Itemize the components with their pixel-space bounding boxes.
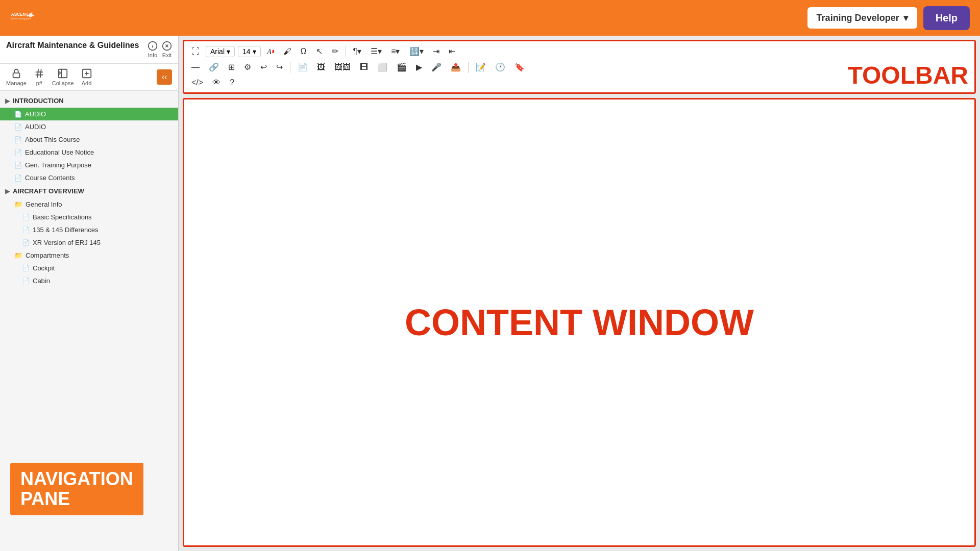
p-hash-label: p# [36, 80, 42, 86]
window-button[interactable]: ⬜ [374, 60, 390, 74]
content-window[interactable]: CONTENT WINDOW [183, 98, 976, 547]
exit-label: Exit [162, 52, 172, 58]
ascent-logo-icon: ASCENT aviation e-training system [10, 5, 36, 31]
video-button[interactable]: 🎬 [394, 60, 410, 74]
table-button[interactable]: ⊞ [225, 60, 238, 74]
font-family-select[interactable]: Arial ▾ [206, 46, 235, 57]
panel-toolbar: Manage p# Collapse Add ‹‹ [0, 64, 178, 91]
font-family-arrow-icon: ▾ [227, 47, 230, 56]
font-color-button[interactable]: 𝐴▮ [264, 45, 277, 58]
ordered-list-button[interactable]: 🔢▾ [406, 44, 427, 58]
preview-button[interactable]: 👁 [209, 76, 224, 89]
gen-training-label: Gen. Training Purpose [25, 161, 91, 169]
left-panel: Aircraft Maintenance & Guidelines Info E… [0, 36, 179, 551]
nav-folder-compartments[interactable]: 📁 Compartments [0, 249, 178, 262]
hash-icon [34, 68, 45, 79]
section-introduction[interactable]: ▶ INTRODUCTION [0, 94, 178, 108]
exit-icon [162, 41, 172, 51]
image-button[interactable]: 🖼 [314, 61, 328, 74]
training-developer-button[interactable]: Training Developer ▾ [807, 7, 917, 29]
minus-button[interactable]: — [188, 61, 203, 74]
info-button[interactable]: Info [148, 41, 158, 58]
nav-item-about[interactable]: 📄 About This Course [0, 133, 178, 146]
highlight-button[interactable]: 🖌 [280, 45, 295, 58]
section-aircraft[interactable]: ▶ AIRCRAFT OVERVIEW [0, 184, 178, 198]
page-icon: 📄 [14, 162, 22, 169]
nav-folder-general-info[interactable]: 📁 General Info [0, 198, 178, 211]
font-size-arrow-icon: ▾ [253, 47, 256, 56]
hash-tool[interactable]: p# [34, 68, 45, 86]
page-icon: 📄 [22, 214, 30, 220]
training-developer-label: Training Developer [817, 13, 899, 23]
nav-item-gen-training[interactable]: 📄 Gen. Training Purpose [0, 159, 178, 171]
redo-button[interactable]: ↪ [273, 60, 286, 74]
nav-sub-xr-version[interactable]: 📄 XR Version of ERJ 145 [0, 236, 178, 249]
nav-sub-135-145[interactable]: 📄 135 & 145 Differences [0, 223, 178, 236]
logo-area: ASCENT aviation e-training system [10, 5, 36, 31]
special-char-button[interactable]: Ω [298, 45, 310, 58]
quiz-button[interactable]: 📝 [473, 60, 489, 74]
toolbar-row-1: ⛶ Arial ▾ 14 ▾ 𝐴▮ 🖌 Ω ↖ ✏ ¶▾ ☰▾ ≡▾ � [188, 44, 970, 58]
page-icon: 📄 [14, 149, 22, 156]
paragraph-align-button[interactable]: ¶▾ [350, 44, 365, 58]
divider [346, 46, 346, 57]
font-size-select[interactable]: 14 ▾ [238, 46, 261, 57]
nav-item-educational[interactable]: 📄 Educational Use Notice [0, 146, 178, 159]
youtube-button[interactable]: ▶ [413, 60, 425, 74]
outdent-button[interactable]: ⇤ [446, 44, 458, 58]
link-button[interactable]: 🔗 [206, 60, 222, 74]
nav-sub-basic-specs[interactable]: 📄 Basic Specifications [0, 211, 178, 223]
collapse-arrow-button[interactable]: ‹‹ [157, 69, 172, 85]
panel-header-icons: Info Exit [148, 41, 172, 58]
bookmark-button[interactable]: 🔖 [511, 60, 528, 74]
navigation-tree: ▶ INTRODUCTION 📄 AUDIO 📄 AUDIO 📄 About T… [0, 91, 178, 551]
microphone-button[interactable]: 🎤 [428, 60, 445, 74]
dropdown-arrow-icon: ▾ [903, 12, 908, 23]
content-window-label: CONTENT WINDOW [405, 302, 754, 343]
nav-item-cockpit[interactable]: 📄 Cockpit [0, 262, 178, 274]
add-icon [81, 68, 92, 79]
manage-label: Manage [6, 80, 27, 86]
code-button[interactable]: </> [188, 76, 206, 89]
divider [290, 62, 290, 73]
upload-button[interactable]: 📤 [448, 60, 464, 74]
main-layout: Aircraft Maintenance & Guidelines Info E… [0, 36, 980, 551]
right-panel: ⛶ Arial ▾ 14 ▾ 𝐴▮ 🖌 Ω ↖ ✏ ¶▾ ☰▾ ≡▾ � [179, 36, 980, 551]
exit-button[interactable]: Exit [162, 41, 172, 58]
fullscreen-button[interactable]: ⛶ [188, 45, 203, 58]
page-icon: 📄 [22, 227, 30, 233]
nav-item-audio-active[interactable]: 📄 AUDIO [0, 108, 178, 120]
nav-item-audio[interactable]: 📄 AUDIO [0, 120, 178, 133]
help-button[interactable]: Help [923, 6, 970, 30]
filmstrip-button[interactable]: 🎞 [357, 61, 371, 74]
gallery-button[interactable]: 🖼🖼 [331, 61, 354, 74]
manage-tool[interactable]: Manage [6, 68, 27, 86]
nav-item-course-contents[interactable]: 📄 Course Contents [0, 171, 178, 184]
clock-button[interactable]: 🕐 [492, 60, 508, 74]
help-question-button[interactable]: ? [227, 76, 237, 89]
font-size-value: 14 [242, 47, 251, 56]
settings-button[interactable]: ⚙ [241, 60, 254, 74]
svg-rect-8 [13, 73, 19, 78]
list-button[interactable]: ≡▾ [388, 44, 403, 58]
add-tool[interactable]: Add [81, 68, 92, 86]
cursor-button[interactable]: ↖ [313, 44, 326, 58]
lock-icon [11, 68, 22, 79]
undo-button[interactable]: ↩ [257, 60, 270, 74]
section-arrow-icon: ▶ [5, 97, 10, 105]
info-label: Info [148, 52, 157, 58]
eraser-button[interactable]: ✏ [329, 44, 341, 58]
collapse-tool[interactable]: Collapse [52, 68, 74, 86]
indent-button[interactable]: ⇥ [430, 44, 443, 58]
nav-item-cabin[interactable]: 📄 Cabin [0, 274, 178, 287]
align-button[interactable]: ☰▾ [368, 44, 385, 58]
course-contents-label: Course Contents [25, 174, 75, 182]
divider [468, 62, 469, 73]
file-button[interactable]: 📄 [295, 60, 311, 74]
collapse-label: Collapse [52, 80, 74, 86]
page-icon: 📄 [22, 239, 30, 246]
educational-label: Educational Use Notice [25, 148, 94, 156]
toolbar-row-2: — 🔗 ⊞ ⚙ ↩ ↪ 📄 🖼 🖼🖼 🎞 ⬜ 🎬 ▶ 🎤 📤 📝 🕐 [188, 60, 970, 74]
cockpit-label: Cockpit [33, 264, 55, 272]
compartments-label: Compartments [26, 252, 69, 259]
